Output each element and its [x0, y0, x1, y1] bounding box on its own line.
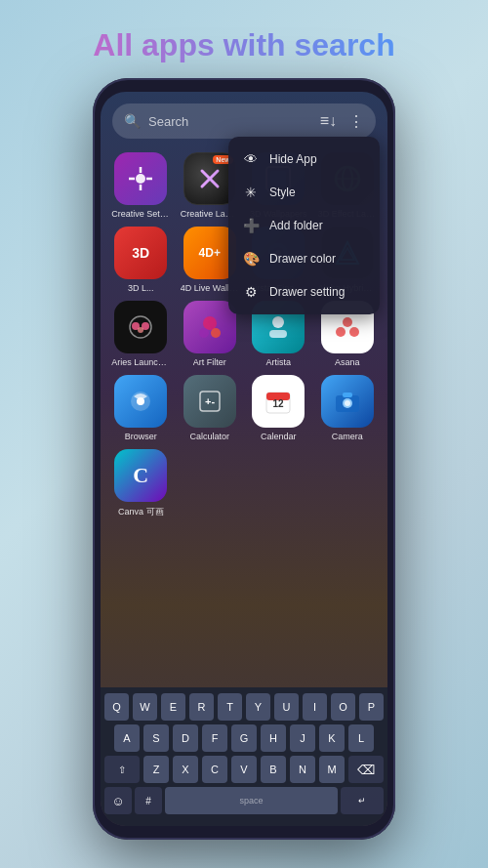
key-r[interactable]: R [189, 693, 214, 721]
app-icon-calculator: +- [183, 375, 236, 428]
app-item-browser[interactable]: Browser [108, 375, 174, 441]
sort-icon[interactable]: ≡↓ [320, 112, 337, 130]
app-label-camera: Camera [332, 432, 363, 441]
app-label-browser: Browser [125, 432, 157, 441]
svg-point-22 [199, 328, 209, 338]
add-folder-icon: ➕ [242, 218, 260, 233]
svg-rect-25 [269, 330, 287, 338]
svg-point-21 [203, 316, 217, 330]
key-c[interactable]: C [202, 756, 227, 783]
key-e[interactable]: E [161, 693, 185, 721]
key-m[interactable]: M [319, 756, 345, 783]
app-icon-browser [114, 375, 167, 428]
key-emoji[interactable]: ☺ [104, 787, 132, 814]
svg-point-26 [343, 317, 352, 327]
key-u[interactable]: U [274, 693, 299, 721]
app-item-camera[interactable]: Camera [315, 375, 381, 441]
app-icon-creative-settings [114, 152, 167, 205]
style-icon: ✳ [242, 185, 260, 200]
svg-text:+-: +- [205, 395, 215, 407]
app-label-art-filter: Art Filter [193, 357, 226, 367]
drawer-setting-icon: ⚙ [242, 284, 260, 300]
search-icon: 🔍 [124, 113, 141, 129]
app-label-canva: Canva 可画 [118, 506, 164, 518]
key-z[interactable]: Z [143, 756, 169, 783]
key-d[interactable]: D [173, 724, 198, 752]
phone-screen: 🔍 Search ≡↓ ⋮ 👁 Hide App ✳ Style ➕ Add f… [101, 92, 387, 826]
hide-app-icon: 👁 [242, 151, 260, 167]
key-a[interactable]: A [114, 724, 140, 752]
hide-app-label: Hide App [269, 152, 317, 166]
svg-point-24 [272, 316, 284, 328]
context-menu: 👁 Hide App ✳ Style ➕ Add folder 🎨 Drawer… [228, 137, 380, 314]
key-shift[interactable]: ⇧ [104, 756, 140, 783]
menu-item-drawer-setting[interactable]: ⚙ Drawer setting [228, 275, 380, 309]
key-row-4: ☺ # space ↵ [104, 787, 384, 814]
app-icon-camera [321, 375, 374, 428]
key-g[interactable]: G [231, 724, 257, 752]
app-icon-3d-l: 3D [114, 227, 167, 279]
menu-item-add-folder[interactable]: ➕ Add folder [228, 209, 380, 242]
search-placeholder: Search [148, 114, 308, 129]
app-icon-canva: C [114, 449, 167, 502]
key-row-2: A S D F G H J K L [104, 724, 384, 752]
app-item-3d-l[interactable]: 3D 3D L... [108, 227, 174, 293]
style-label: Style [269, 186, 296, 199]
svg-rect-39 [343, 393, 352, 397]
key-row-3: ⇧ Z X C V B N M ⌫ [104, 756, 384, 783]
key-p[interactable]: P [359, 693, 384, 721]
key-w[interactable]: W [133, 693, 157, 721]
key-s[interactable]: S [143, 724, 169, 752]
menu-item-drawer-color[interactable]: 🎨 Drawer color [228, 242, 380, 275]
app-item-aries[interactable]: Aries Launche... [108, 301, 174, 367]
app-icon-calendar: 12 [252, 375, 305, 428]
app-label-aries: Aries Launche... [111, 357, 170, 367]
key-backspace[interactable]: ⌫ [348, 756, 384, 783]
key-b[interactable]: B [261, 756, 286, 783]
app-label-artista: Artista [265, 357, 291, 367]
svg-point-23 [211, 328, 221, 338]
drawer-color-icon: 🎨 [242, 251, 260, 267]
key-row-1: Q W E R T Y U I O P [104, 693, 384, 721]
add-folder-label: Add folder [269, 219, 323, 232]
search-bar[interactable]: 🔍 Search ≡↓ ⋮ [112, 103, 376, 139]
key-j[interactable]: J [290, 724, 315, 752]
key-n[interactable]: N [290, 756, 315, 783]
app-item-canva[interactable]: C Canva 可画 [108, 449, 174, 518]
app-item-creative-settings[interactable]: Creative Setti... [108, 152, 174, 219]
key-f[interactable]: F [202, 724, 227, 752]
app-label-calendar: Calendar [261, 432, 297, 441]
key-i[interactable]: I [303, 693, 327, 721]
app-icon-art-filter [183, 301, 236, 353]
key-hash[interactable]: # [135, 787, 162, 814]
key-h[interactable]: H [261, 724, 286, 752]
svg-point-0 [136, 174, 145, 184]
app-item-calendar[interactable]: 12 Calendar [246, 375, 311, 441]
more-icon[interactable]: ⋮ [348, 112, 364, 131]
key-y[interactable]: Y [246, 693, 270, 721]
phone-shell: 🔍 Search ≡↓ ⋮ 👁 Hide App ✳ Style ➕ Add f… [93, 78, 395, 840]
key-space[interactable]: space [165, 787, 338, 814]
key-q[interactable]: Q [104, 693, 129, 721]
page-title: All apps with search [0, 27, 488, 63]
svg-point-20 [138, 327, 143, 333]
svg-point-28 [349, 327, 359, 337]
app-item-calculator[interactable]: +- Calculator [178, 375, 243, 441]
app-label-3d-l: 3D L... [128, 283, 154, 293]
key-l[interactable]: L [348, 724, 374, 752]
key-k[interactable]: K [319, 724, 345, 752]
key-v[interactable]: V [231, 756, 257, 783]
menu-item-hide-app[interactable]: 👁 Hide App [228, 143, 380, 176]
key-t[interactable]: T [218, 693, 242, 721]
app-icon-aries [114, 301, 167, 353]
svg-point-38 [345, 400, 350, 406]
svg-point-27 [336, 327, 346, 337]
app-label-creative-settings: Creative Setti... [111, 209, 170, 219]
drawer-setting-label: Drawer setting [269, 285, 345, 299]
key-enter[interactable]: ↵ [341, 787, 384, 814]
keyboard: Q W E R T Y U I O P A S D F G H J K L [101, 687, 387, 826]
svg-point-30 [137, 397, 144, 405]
key-x[interactable]: X [173, 756, 198, 783]
menu-item-style[interactable]: ✳ Style [228, 176, 380, 209]
key-o[interactable]: O [331, 693, 355, 721]
